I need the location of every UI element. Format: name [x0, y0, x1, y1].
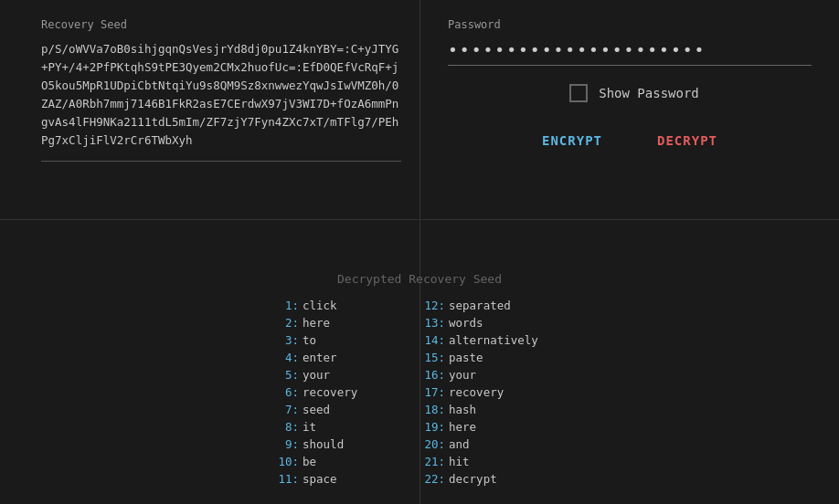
word-value: be [303, 455, 316, 468]
list-item: 5:your [273, 368, 420, 382]
password-input-container: •••••••••••••••••••••• [448, 40, 812, 66]
bottom-section: Decrypted Recovery Seed 1:click2:here3:t… [0, 263, 839, 504]
list-item: 16:your [420, 368, 566, 382]
list-item: 22:decrypt [420, 472, 566, 486]
word-number: 7: [273, 403, 299, 416]
word-number: 8: [273, 420, 299, 434]
word-value: here [449, 420, 476, 434]
word-number: 10: [273, 455, 299, 468]
buttons-row: ENCRYPT DECRYPT [448, 130, 812, 152]
list-item: 17:recovery [420, 385, 566, 399]
word-value: should [303, 437, 344, 451]
word-value: to [303, 333, 316, 347]
word-value: paste [449, 351, 483, 364]
word-value: separated [449, 299, 511, 312]
list-item: 6:recovery [273, 385, 420, 399]
list-item: 10:be [273, 455, 420, 468]
word-value: recovery [449, 385, 504, 399]
word-number: 3: [273, 333, 299, 347]
encrypt-button[interactable]: ENCRYPT [533, 130, 611, 152]
word-value: seed [303, 403, 330, 416]
word-value: space [303, 472, 337, 486]
word-value: alternatively [449, 333, 538, 347]
word-number: 21: [420, 455, 445, 468]
list-item: 11:space [273, 472, 420, 486]
list-item: 18:hash [420, 403, 566, 416]
word-value: hash [449, 403, 476, 416]
word-value: enter [303, 351, 337, 364]
list-item: 3:to [273, 333, 420, 347]
word-number: 22: [420, 472, 445, 486]
word-number: 2: [273, 316, 299, 330]
word-value: here [303, 316, 330, 330]
word-number: 13: [420, 316, 445, 330]
list-item: 14:alternatively [420, 333, 566, 347]
word-value: decrypt [449, 472, 497, 486]
word-number: 15: [420, 351, 445, 364]
list-item: 7:seed [273, 403, 420, 416]
word-number: 14: [420, 333, 445, 347]
word-number: 12: [420, 299, 445, 312]
show-password-row: Show Password [448, 84, 812, 102]
word-number: 9: [273, 437, 299, 451]
list-item: 1:click [273, 299, 420, 312]
word-column-right: 12:separated13:words14:alternatively15:p… [420, 299, 566, 486]
word-number: 17: [420, 385, 445, 399]
word-columns: 1:click2:here3:to4:enter5:your6:recovery… [0, 299, 839, 486]
word-number: 18: [420, 403, 445, 416]
word-value: your [303, 368, 330, 382]
decrypt-button[interactable]: DECRYPT [648, 130, 727, 152]
word-value: your [449, 368, 476, 382]
list-item: 15:paste [420, 351, 566, 364]
word-value: click [303, 299, 337, 312]
word-value: words [449, 316, 483, 330]
list-item: 2:here [273, 316, 420, 330]
list-item: 9:should [273, 437, 420, 451]
list-item: 20:and [420, 437, 566, 451]
word-number: 6: [273, 385, 299, 399]
word-number: 11: [273, 472, 299, 486]
word-number: 16: [420, 368, 445, 382]
list-item: 4:enter [273, 351, 420, 364]
decrypted-title: Decrypted Recovery Seed [0, 272, 839, 286]
word-value: recovery [303, 385, 357, 399]
password-label: Password [448, 18, 501, 31]
word-value: it [303, 420, 316, 434]
word-value: and [449, 437, 470, 451]
word-number: 4: [273, 351, 299, 364]
word-number: 19: [420, 420, 445, 434]
word-number: 5: [273, 368, 299, 382]
list-item: 8:it [273, 420, 420, 434]
word-column-left: 1:click2:here3:to4:enter5:your6:recovery… [273, 299, 420, 486]
recovery-seed-text: p/S/oWVVa7oB0sihjgqnQsVesjrYd8dj0pu1Z4kn… [41, 40, 401, 162]
list-item: 21:hit [420, 455, 566, 468]
password-dots: •••••••••••••••••••••• [448, 40, 706, 59]
list-item: 13:words [420, 316, 566, 330]
word-number: 1: [273, 299, 299, 312]
word-value: hit [449, 455, 470, 468]
show-password-label: Show Password [599, 86, 699, 100]
show-password-checkbox[interactable] [569, 84, 588, 102]
list-item: 12:separated [420, 299, 566, 312]
recovery-seed-label: Recovery Seed [41, 18, 401, 31]
horizontal-divider [0, 219, 839, 220]
word-number: 20: [420, 437, 445, 451]
list-item: 19:here [420, 420, 566, 434]
